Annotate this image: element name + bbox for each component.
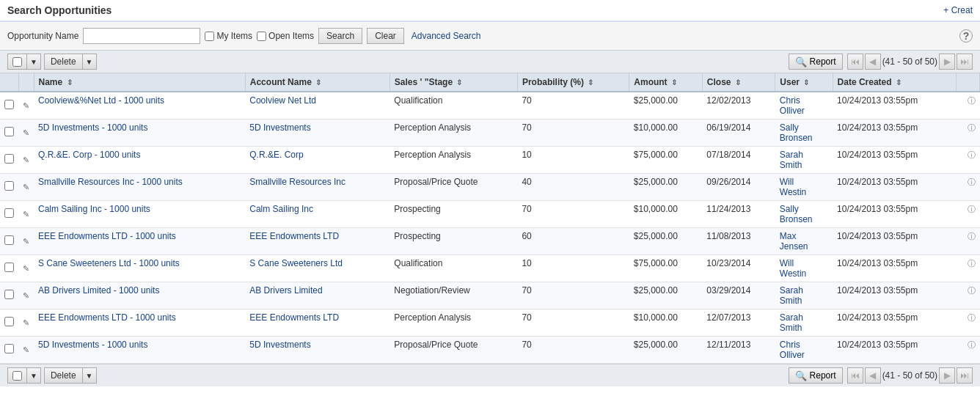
account-link-6[interactable]: S Cane Sweeteners Ltd	[249, 258, 343, 268]
edit-icon-6[interactable]: ✎	[23, 264, 29, 273]
user-link-4[interactable]: SallyBronsen	[780, 204, 828, 224]
bottom-select-all-arrow[interactable]: ▼	[27, 368, 40, 383]
bottom-select-all-button[interactable]: ▼	[7, 367, 41, 384]
info-icon-9[interactable]: ⓘ	[968, 340, 976, 351]
user-link-2[interactable]: SarahSmith	[780, 150, 828, 170]
edit-icon-1[interactable]: ✎	[23, 128, 29, 137]
account-link-1[interactable]: 5D Investments	[249, 122, 310, 133]
delete-arrow[interactable]: ▼	[83, 54, 96, 69]
bottom-prev-page-button[interactable]: ◀	[865, 367, 881, 384]
info-icon-2[interactable]: ⓘ	[968, 150, 976, 161]
record-link-6[interactable]: S Cane Sweeteners Ltd - 1000 units	[38, 258, 180, 268]
bottom-delete-button[interactable]: Delete ▼	[44, 367, 97, 384]
bottom-delete-arrow[interactable]: ▼	[83, 368, 96, 383]
edit-icon-3[interactable]: ✎	[23, 183, 29, 191]
bottom-first-page-button[interactable]: ⏮	[847, 367, 863, 384]
row-checkbox-3[interactable]	[4, 181, 14, 191]
last-page-button[interactable]: ⏭	[957, 54, 973, 70]
help-icon[interactable]: ?	[959, 29, 973, 43]
edit-icon-8[interactable]: ✎	[23, 318, 29, 327]
header-name[interactable]: Name ⇕	[34, 73, 245, 92]
account-link-8[interactable]: EEE Endowments LTD	[249, 312, 339, 323]
row-checkbox-0[interactable]	[4, 100, 14, 109]
delete-label[interactable]: Delete	[45, 54, 83, 69]
header-probability[interactable]: Probability (%) ⇕	[517, 73, 629, 92]
account-link-2[interactable]: Q.R.&E. Corp	[249, 150, 303, 160]
row-checkbox-6[interactable]	[4, 263, 14, 272]
edit-icon-0[interactable]: ✎	[23, 101, 29, 110]
report-button[interactable]: 🔍 Report	[789, 54, 843, 70]
first-page-button[interactable]: ⏮	[847, 54, 863, 70]
select-all-arrow[interactable]: ▼	[27, 54, 40, 69]
user-link-1[interactable]: SallyBronsen	[780, 122, 828, 143]
info-icon-4[interactable]: ⓘ	[968, 204, 976, 215]
record-link-3[interactable]: Smallville Resources Inc - 1000 units	[38, 177, 183, 187]
record-link-8[interactable]: EEE Endowments LTD - 1000 units	[38, 312, 176, 323]
info-icon-3[interactable]: ⓘ	[968, 177, 976, 188]
bottom-select-all-checkbox[interactable]	[12, 371, 22, 381]
bottom-next-page-button[interactable]: ▶	[939, 367, 955, 384]
header-date-created[interactable]: Date Created ⇕	[833, 73, 957, 92]
my-items-checkbox[interactable]	[205, 32, 214, 41]
record-link-5[interactable]: EEE Endowments LTD - 1000 units	[38, 231, 176, 241]
select-all-checkbox-area[interactable]	[8, 54, 27, 69]
record-link-4[interactable]: Calm Sailing Inc - 1000 units	[38, 204, 150, 214]
row-checkbox-8[interactable]	[4, 317, 14, 326]
row-checkbox-4[interactable]	[4, 208, 14, 218]
account-link-7[interactable]: AB Drivers Limited	[249, 285, 322, 296]
row-checkbox-9[interactable]	[4, 344, 14, 353]
edit-icon-7[interactable]: ✎	[23, 291, 29, 300]
info-icon-1[interactable]: ⓘ	[968, 122, 976, 133]
user-link-7[interactable]: SarahSmith	[780, 285, 828, 306]
open-items-checkbox[interactable]	[257, 32, 266, 41]
bottom-delete-label[interactable]: Delete	[45, 368, 83, 383]
bottom-report-button[interactable]: 🔍 Report	[789, 367, 843, 384]
account-link-0[interactable]: Coolview Net Ltd	[249, 95, 316, 106]
user-link-6[interactable]: WillWestin	[780, 258, 828, 279]
account-link-4[interactable]: Calm Sailing Inc	[249, 204, 313, 214]
clear-button[interactable]: Clear	[367, 28, 404, 44]
create-link[interactable]: + Creat	[943, 5, 973, 15]
info-icon-6[interactable]: ⓘ	[968, 258, 976, 269]
user-link-8[interactable]: SarahSmith	[780, 312, 828, 333]
row-checkbox-7[interactable]	[4, 290, 14, 299]
select-all-checkbox[interactable]	[12, 57, 22, 67]
header-account-name[interactable]: Account Name ⇕	[245, 73, 390, 92]
header-stage[interactable]: Sales ' "Stage ⇕	[390, 73, 517, 92]
record-link-9[interactable]: 5D Investments - 1000 units	[38, 340, 147, 350]
open-items-label[interactable]: Open Items	[257, 31, 314, 41]
bottom-last-page-button[interactable]: ⏭	[957, 367, 973, 384]
edit-icon-5[interactable]: ✎	[23, 237, 29, 246]
info-icon-7[interactable]: ⓘ	[968, 285, 976, 296]
record-link-1[interactable]: 5D Investments - 1000 units	[38, 122, 147, 133]
prev-page-button[interactable]: ◀	[865, 54, 881, 70]
record-link-7[interactable]: AB Drivers Limited - 1000 units	[38, 285, 159, 296]
user-link-9[interactable]: ChrisOlliver	[780, 340, 828, 360]
search-input[interactable]	[83, 28, 200, 44]
next-page-button[interactable]: ▶	[939, 54, 955, 70]
info-icon-0[interactable]: ⓘ	[968, 95, 976, 106]
record-link-2[interactable]: Q.R.&E. Corp - 1000 units	[38, 150, 140, 160]
delete-button[interactable]: Delete ▼	[44, 54, 97, 70]
search-button[interactable]: Search	[318, 28, 362, 44]
user-link-3[interactable]: WillWestin	[780, 177, 828, 197]
record-link-0[interactable]: Coolview&%Net Ltd - 1000 units	[38, 95, 164, 106]
bottom-select-all-checkbox-area[interactable]	[8, 368, 27, 383]
edit-icon-2[interactable]: ✎	[23, 155, 29, 164]
account-link-3[interactable]: Smallville Resources Inc	[249, 177, 345, 187]
my-items-label[interactable]: My Items	[205, 31, 252, 41]
account-link-5[interactable]: EEE Endowments LTD	[249, 231, 339, 241]
select-all-button[interactable]: ▼	[7, 54, 41, 70]
row-checkbox-2[interactable]	[4, 154, 14, 164]
row-checkbox-1[interactable]	[4, 127, 14, 136]
user-link-0[interactable]: ChrisOlliver	[780, 95, 828, 116]
header-amount[interactable]: Amount ⇕	[629, 73, 703, 92]
edit-icon-9[interactable]: ✎	[23, 345, 29, 354]
info-icon-5[interactable]: ⓘ	[968, 231, 976, 242]
advanced-search-link[interactable]: Advanced Search	[412, 31, 481, 41]
info-icon-8[interactable]: ⓘ	[968, 312, 976, 323]
account-link-9[interactable]: 5D Investments	[249, 340, 310, 350]
header-close[interactable]: Close ⇕	[702, 73, 775, 92]
edit-icon-4[interactable]: ✎	[23, 210, 29, 219]
header-user[interactable]: User ⇕	[775, 73, 833, 92]
